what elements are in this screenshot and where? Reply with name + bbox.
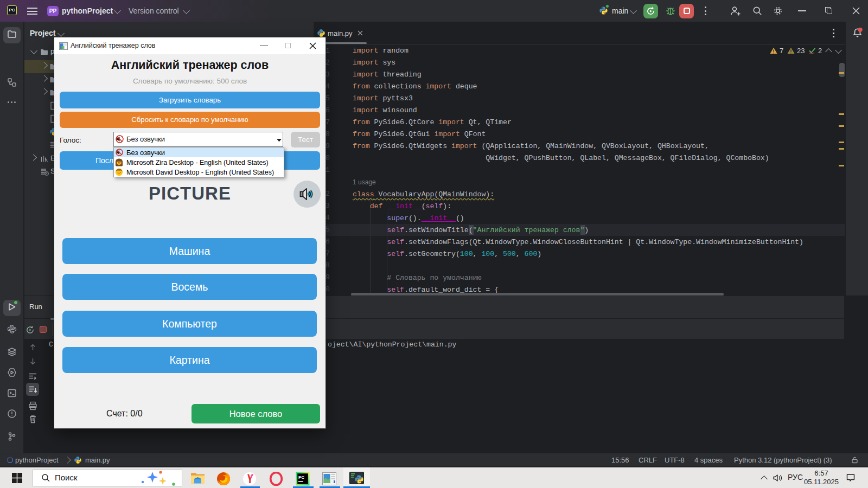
svg-text:PC: PC bbox=[298, 475, 304, 480]
